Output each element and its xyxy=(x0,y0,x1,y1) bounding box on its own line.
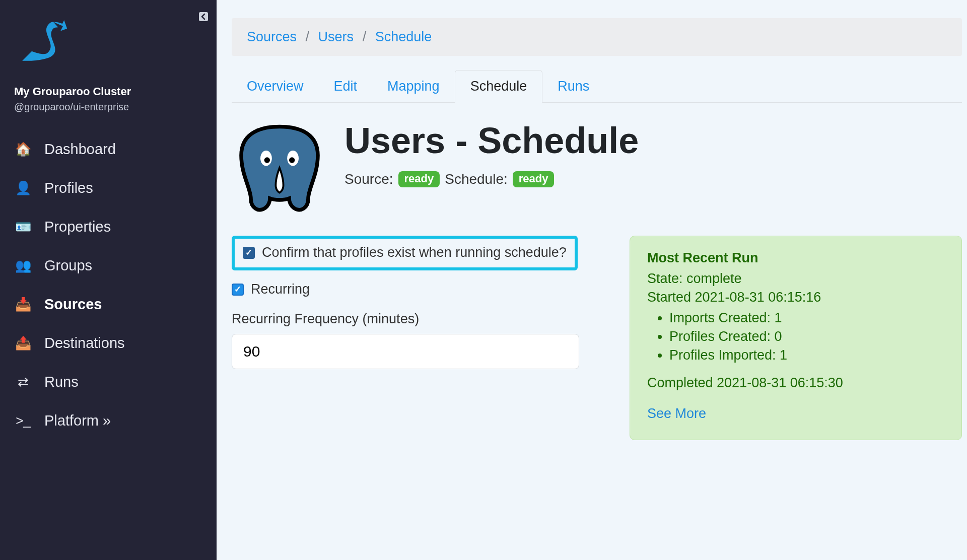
crumb-sep: / xyxy=(363,29,367,44)
crumb-sep: / xyxy=(306,29,310,44)
sidebar-item-profiles[interactable]: 👤Profiles xyxy=(14,169,202,207)
svg-point-4 xyxy=(289,157,295,163)
crumb-sources[interactable]: Sources xyxy=(247,29,297,44)
home-icon: 🏠 xyxy=(14,142,32,157)
sidebar-item-dashboard[interactable]: 🏠Dashboard xyxy=(14,130,202,169)
crumb-schedule[interactable]: Schedule xyxy=(375,29,432,44)
sidebar-item-label: Properties xyxy=(44,219,111,235)
cluster-name: My Grouparoo Cluster xyxy=(14,85,202,98)
sidebar-item-groups[interactable]: 👥Groups xyxy=(14,246,202,285)
confirm-label: Confirm that profiles exist when running… xyxy=(262,245,567,260)
run-completed: Completed 2021-08-31 06:15:30 xyxy=(647,375,944,391)
confirm-highlight-box: Confirm that profiles exist when running… xyxy=(232,236,578,270)
import-icon: 📥 xyxy=(14,297,32,312)
terminal-icon: >_ xyxy=(14,413,32,429)
source-status-badge: ready xyxy=(398,171,440,187)
source-status-label: Source: xyxy=(344,171,393,187)
users-icon: 👥 xyxy=(14,258,32,273)
sidebar-item-label: Dashboard xyxy=(44,141,116,158)
sidebar-item-label: Runs xyxy=(44,374,79,390)
recurring-checkbox[interactable] xyxy=(232,284,244,296)
tab-mapping[interactable]: Mapping xyxy=(372,70,455,102)
sidebar-nav: 🏠Dashboard 👤Profiles 🪪Properties 👥Groups… xyxy=(14,130,202,440)
crumb-users[interactable]: Users xyxy=(318,29,354,44)
svg-point-2 xyxy=(264,157,270,163)
recurring-label: Recurring xyxy=(251,282,310,297)
sidebar-item-runs[interactable]: ⇄Runs xyxy=(14,363,202,401)
postgres-logo-icon xyxy=(232,122,327,218)
schedule-status-label: Schedule: xyxy=(445,171,508,187)
export-icon: 📤 xyxy=(14,335,32,351)
user-icon: 👤 xyxy=(14,180,32,196)
tab-schedule[interactable]: Schedule xyxy=(455,70,543,103)
page-title: Users - Schedule xyxy=(344,122,639,160)
schedule-status-badge: ready xyxy=(513,171,555,187)
sidebar-item-sources[interactable]: 📥Sources xyxy=(14,285,202,324)
sidebar-item-label: Platform » xyxy=(44,412,111,429)
sidebar-item-label: Destinations xyxy=(44,335,125,352)
sidebar-item-platform[interactable]: >_Platform » xyxy=(14,401,202,440)
run-state: State: complete xyxy=(647,271,944,287)
tab-runs[interactable]: Runs xyxy=(542,70,604,102)
sidebar-item-label: Sources xyxy=(44,296,102,313)
tab-edit[interactable]: Edit xyxy=(319,70,373,102)
main-content: Sources / Users / Schedule Overview Edit… xyxy=(217,0,967,560)
breadcrumb: Sources / Users / Schedule xyxy=(232,18,962,56)
svg-rect-0 xyxy=(199,12,208,21)
id-icon: 🪪 xyxy=(14,219,32,235)
tab-overview[interactable]: Overview xyxy=(232,70,319,102)
recent-run-card: Most Recent Run State: complete Started … xyxy=(630,236,962,440)
confirm-checkbox[interactable] xyxy=(243,247,255,259)
see-more-link[interactable]: See More xyxy=(647,406,944,422)
tabs: Overview Edit Mapping Schedule Runs xyxy=(232,70,962,103)
sidebar-item-destinations[interactable]: 📤Destinations xyxy=(14,324,202,363)
sidebar-collapse-button[interactable] xyxy=(197,11,210,23)
frequency-label: Recurring Frequency (minutes) xyxy=(232,311,604,327)
run-profiles-imported: Profiles Imported: 1 xyxy=(669,347,944,363)
swap-icon: ⇄ xyxy=(14,374,32,390)
frequency-input[interactable] xyxy=(232,334,579,369)
sidebar-item-properties[interactable]: 🪪Properties xyxy=(14,207,202,246)
run-imports-created: Imports Created: 1 xyxy=(669,310,944,326)
app-logo xyxy=(17,20,202,70)
sidebar-item-label: Groups xyxy=(44,257,92,274)
sidebar: My Grouparoo Cluster @grouparoo/ui-enter… xyxy=(0,0,217,560)
recent-run-title: Most Recent Run xyxy=(647,250,944,266)
run-profiles-created: Profiles Created: 0 xyxy=(669,329,944,344)
run-started: Started 2021-08-31 06:15:16 xyxy=(647,290,944,305)
package-name: @grouparoo/ui-enterprise xyxy=(14,101,202,113)
sidebar-item-label: Profiles xyxy=(44,180,93,196)
